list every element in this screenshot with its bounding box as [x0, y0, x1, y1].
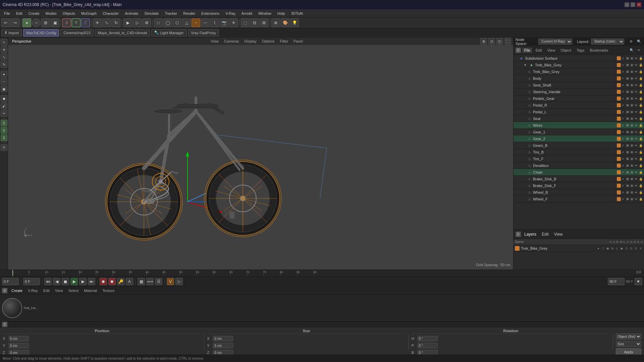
obj-row-gear-1[interactable]: ◇ Gear_1 ✓ ⊠ ⊞ ✏ 🔒 [514, 129, 644, 135]
layers-view-tab[interactable]: View [552, 231, 565, 237]
vis3-12[interactable]: ⊞ [630, 150, 634, 154]
end-frame-input[interactable] [23, 278, 40, 285]
vis5-0[interactable]: 🔒 [639, 70, 643, 74]
maya-arnold-tab[interactable]: Maya_Arnold_to_C4D+Arnold [95, 29, 150, 37]
obj-row-subdivision[interactable]: ◈ Subdivision Surface ✓ ⊠ ⊞ ✏ 🔒 [514, 55, 644, 62]
layer-icon-l[interactable]: L [615, 246, 619, 250]
obj-tab-object[interactable]: Object [558, 48, 573, 53]
vis1-5[interactable]: ✓ [621, 103, 625, 107]
undo-btn[interactable]: ↩ [1, 18, 10, 27]
vis2-4[interactable]: ⊠ [626, 97, 630, 101]
vis2-3[interactable]: ⊠ [626, 90, 630, 94]
obj-row-pedal-r[interactable]: ◇ Pedal_R ✓ ⊠ ⊞ ✏ 🔒 [514, 102, 644, 109]
vis3-11[interactable]: ⊞ [630, 143, 634, 147]
axis-z[interactable]: Z [81, 18, 90, 27]
vis3-19[interactable]: ⊞ [630, 197, 634, 201]
menu-3dtoal[interactable]: 3DToAl [288, 11, 306, 16]
vis3-15[interactable]: ⊞ [630, 170, 634, 174]
vis4-8[interactable]: ✏ [634, 123, 638, 127]
vis4-18[interactable]: ✏ [634, 190, 638, 194]
vis5-14[interactable]: 🔒 [639, 164, 643, 168]
play-btn[interactable]: ▶ [70, 278, 78, 285]
vis5-9[interactable]: 🔒 [639, 130, 643, 134]
viewport-view-btn[interactable]: View [209, 39, 221, 43]
viewport[interactable]: Perspective View Cameras Display Options… [8, 38, 513, 269]
obj-row-body[interactable]: ◇ Body ✓ ⊠ ⊞ ✏ 🔒 [514, 75, 644, 82]
vis5-7[interactable]: 🔒 [639, 117, 643, 121]
vis2-10[interactable]: ⊠ [626, 137, 630, 141]
obj-row-brake-disk-b[interactable]: ◇ Brake_Disk_B ✓ ⊠ ⊞ ✏ 🔒 [514, 176, 644, 182]
mat-tab-select[interactable]: Select [67, 288, 80, 293]
vis1-4[interactable]: ✓ [621, 97, 625, 101]
vis5-13[interactable]: 🔒 [639, 157, 643, 161]
snap-btn[interactable]: ⊕ [271, 18, 280, 27]
menu-help[interactable]: Help [275, 11, 288, 16]
obj-spline[interactable]: ~ [192, 18, 200, 27]
left-point[interactable]: ● [1, 71, 7, 77]
size-x-input[interactable] [213, 336, 233, 341]
vis1-17[interactable]: ✓ [621, 184, 625, 188]
mode-polygon[interactable]: ▣ [51, 18, 59, 27]
vis3-2[interactable]: ⊞ [630, 83, 634, 87]
obj-row-tire-b[interactable]: ◇ Tire_B ✓ ⊠ ⊞ ✏ 🔒 [514, 149, 644, 156]
redo-btn[interactable]: ↪ [11, 18, 19, 27]
obj-sphere[interactable]: ◯ [163, 18, 172, 27]
vis2-16[interactable]: ⊠ [626, 177, 630, 181]
vis1-7[interactable]: ✓ [621, 117, 625, 121]
vis1-14[interactable]: ✓ [621, 164, 625, 168]
vis2-11[interactable]: ⊠ [626, 143, 630, 147]
timeline[interactable]: 0 5 10 15 20 25 30 35 40 45 50 55 60 65 … [0, 269, 644, 276]
vis1-16[interactable]: ✓ [621, 177, 625, 181]
vis3-14[interactable]: ⊞ [630, 164, 634, 168]
vis4-3[interactable]: ✏ [634, 90, 638, 94]
bike-area[interactable]: L Y Z [8, 38, 513, 269]
vis1-1[interactable]: ✓ [621, 76, 625, 80]
vis2-6[interactable]: ⊠ [626, 110, 630, 114]
vis2-18[interactable]: ⊠ [626, 190, 630, 194]
axis-y[interactable]: Y [72, 18, 80, 27]
vis1-10[interactable]: ✓ [621, 137, 625, 141]
viewport-panel-btn[interactable]: Panel [291, 39, 305, 43]
mat-tab-vray[interactable]: V-Ray [26, 288, 39, 293]
size-y-input[interactable] [213, 343, 233, 348]
menu-tracker[interactable]: Tracker [162, 11, 180, 16]
menu-modes[interactable]: Modes [43, 11, 59, 16]
obj-row-wheel-b[interactable]: ◇ Wheel_B ✓ ⊠ ⊞ ✏ 🔒 [514, 189, 644, 196]
viewport-icon2[interactable]: ⊡ [488, 38, 495, 45]
obj-vis2[interactable]: ⊠ [626, 56, 630, 60]
layer-btn[interactable]: ☰ [155, 278, 162, 285]
obj-vis5[interactable]: 🔒 [639, 56, 643, 60]
vis4-9[interactable]: ✏ [634, 130, 638, 134]
rot-p-input[interactable] [418, 343, 438, 348]
trek-vis2[interactable]: ⊠ [626, 63, 630, 67]
vis2-19[interactable]: ⊠ [626, 197, 630, 201]
vis2-1[interactable]: ⊠ [626, 76, 630, 80]
left-paint[interactable]: 🖌 [1, 103, 7, 109]
menu-animate[interactable]: Animate [122, 11, 141, 16]
layers-edit-tab[interactable]: Edit [540, 231, 551, 237]
layer-icon-x[interactable]: X [639, 246, 643, 250]
menu-character[interactable]: Character [100, 11, 121, 16]
mat-tab-create[interactable]: Create [10, 288, 24, 293]
auto-key-btn[interactable]: A [126, 278, 133, 285]
props-menu[interactable]: ☰ [2, 322, 7, 327]
vis3-17[interactable]: ⊞ [630, 184, 634, 188]
mat-menu-btn[interactable]: ☰ [2, 288, 7, 293]
vis1-0[interactable]: ✓ [621, 70, 625, 74]
viewport-icon3[interactable]: ◰ [496, 38, 503, 45]
vis5-3[interactable]: 🔒 [639, 90, 643, 94]
obj-row-pedals-gear[interactable]: ◇ Pedals_Gear ✓ ⊠ ⊞ ✏ 🔒 [514, 95, 644, 102]
vis5-1[interactable]: 🔒 [639, 76, 643, 80]
node-space-select[interactable]: Current (V-Ray) [538, 39, 572, 45]
menu-vray[interactable]: V-Ray [223, 11, 238, 16]
obj-cylinder[interactable]: ⬡ [173, 18, 181, 27]
trek-vis5[interactable]: 🔒 [639, 63, 643, 67]
vis4-19[interactable]: ✏ [634, 197, 638, 201]
palette-btn[interactable]: 🎨 [281, 18, 289, 27]
view-3[interactable]: ⊞ [260, 18, 268, 27]
viewport-fullscreen[interactable]: ⛶ [504, 38, 511, 45]
obj-row-gear-2[interactable]: ◇ Gear_2 ✓ ⊠ ⊞ ✏ 🔒 [514, 135, 644, 142]
import-tab[interactable]: ⬇ Import [1, 29, 22, 37]
record-sel-btn[interactable]: ⏺ [108, 278, 116, 285]
vis4-13[interactable]: ✏ [634, 157, 638, 161]
